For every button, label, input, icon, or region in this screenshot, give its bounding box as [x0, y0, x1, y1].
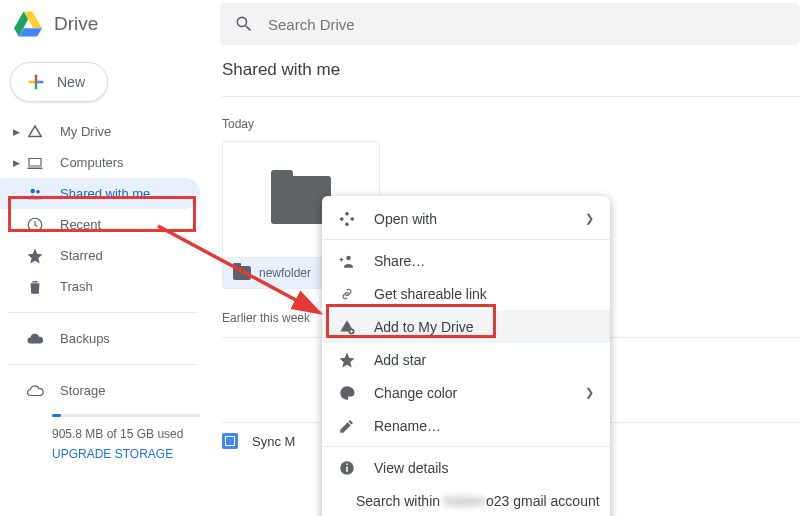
- star-icon: [26, 247, 44, 265]
- people-icon: [26, 185, 44, 203]
- sidebar-item-label: Backups: [60, 331, 110, 346]
- ctx-add-star[interactable]: Add star: [322, 343, 610, 376]
- svg-point-0: [31, 188, 36, 193]
- cloud-icon: [26, 330, 44, 348]
- computers-icon: [26, 154, 44, 172]
- storage-bar: [52, 414, 200, 417]
- trash-icon: [26, 278, 44, 296]
- folder-name: newfolder: [259, 266, 311, 280]
- link-icon: [338, 285, 356, 303]
- palette-icon: [338, 384, 356, 402]
- sidebar-item-label: Shared with me: [60, 186, 150, 201]
- chevron-right-icon: ❯: [585, 212, 594, 225]
- header: Drive: [0, 0, 800, 48]
- sidebar-item-label: Trash: [60, 279, 93, 294]
- search-icon: [234, 14, 254, 34]
- svg-rect-6: [346, 466, 348, 471]
- my-drive-icon: [26, 123, 44, 141]
- sidebar-item-recent[interactable]: Recent: [0, 209, 200, 240]
- page-title: Shared with me: [222, 48, 800, 97]
- search-bar[interactable]: [220, 3, 800, 45]
- sidebar-item-label: Starred: [60, 248, 103, 263]
- app-name: Drive: [54, 13, 98, 35]
- ctx-share[interactable]: Share…: [322, 244, 610, 277]
- search-input[interactable]: [268, 16, 786, 33]
- sidebar-item-backups[interactable]: Backups: [0, 323, 200, 354]
- sidebar-item-storage[interactable]: Storage: [0, 375, 200, 406]
- sidebar-item-label: Recent: [60, 217, 101, 232]
- ctx-rename[interactable]: Rename…: [322, 409, 610, 442]
- folder-mini-icon: [233, 266, 251, 280]
- plus-icon: [25, 71, 47, 93]
- new-button[interactable]: New: [10, 62, 108, 102]
- ctx-change-color[interactable]: Change color ❯: [322, 376, 610, 409]
- ctx-search-label: Search within hiddeno23 gmail account: [356, 493, 600, 509]
- logo-area[interactable]: Drive: [0, 10, 220, 38]
- new-button-label: New: [57, 74, 85, 90]
- sidebar-item-shared-with-me[interactable]: Shared with me: [0, 178, 200, 209]
- svg-rect-7: [346, 463, 348, 465]
- ctx-search-within[interactable]: Search within hiddeno23 gmail account: [322, 484, 610, 516]
- drive-add-icon: [338, 318, 356, 336]
- sidebar-item-computers[interactable]: ▶ Computers: [0, 147, 200, 178]
- sidebar-item-label: Storage: [60, 383, 106, 398]
- caret-icon[interactable]: ▶: [10, 127, 22, 137]
- ctx-get-link[interactable]: Get shareable link: [322, 277, 610, 310]
- rename-icon: [338, 417, 356, 435]
- sidebar: New ▶ My Drive ▶ Computers Shared with m…: [0, 48, 200, 516]
- ctx-view-details[interactable]: View details: [322, 451, 610, 484]
- file-name: Sync M: [252, 434, 295, 449]
- sidebar-item-starred[interactable]: Starred: [0, 240, 200, 271]
- chevron-right-icon: ❯: [585, 386, 594, 399]
- star-icon: [338, 351, 356, 369]
- sidebar-item-label: Computers: [60, 155, 124, 170]
- docs-icon: [222, 433, 238, 449]
- upgrade-storage-link[interactable]: UPGRADE STORAGE: [52, 447, 200, 461]
- storage-text: 905.8 MB of 15 GB used: [52, 427, 200, 441]
- cloud-outline-icon: [26, 382, 44, 400]
- svg-point-1: [36, 189, 40, 193]
- ctx-add-to-drive[interactable]: Add to My Drive: [322, 310, 610, 343]
- drive-logo-icon: [14, 10, 42, 38]
- section-today: Today: [222, 117, 800, 131]
- open-with-icon: [338, 210, 356, 228]
- sidebar-item-my-drive[interactable]: ▶ My Drive: [0, 116, 200, 147]
- ctx-open-with[interactable]: Open with ❯: [322, 202, 610, 235]
- svg-point-3: [346, 255, 351, 260]
- person-add-icon: [338, 252, 356, 270]
- context-menu: Open with ❯ Share… Get shareable link Ad…: [322, 196, 610, 516]
- info-icon: [338, 459, 356, 477]
- sidebar-item-label: My Drive: [60, 124, 111, 139]
- caret-icon[interactable]: ▶: [10, 158, 22, 168]
- clock-icon: [26, 216, 44, 234]
- sidebar-item-trash[interactable]: Trash: [0, 271, 200, 302]
